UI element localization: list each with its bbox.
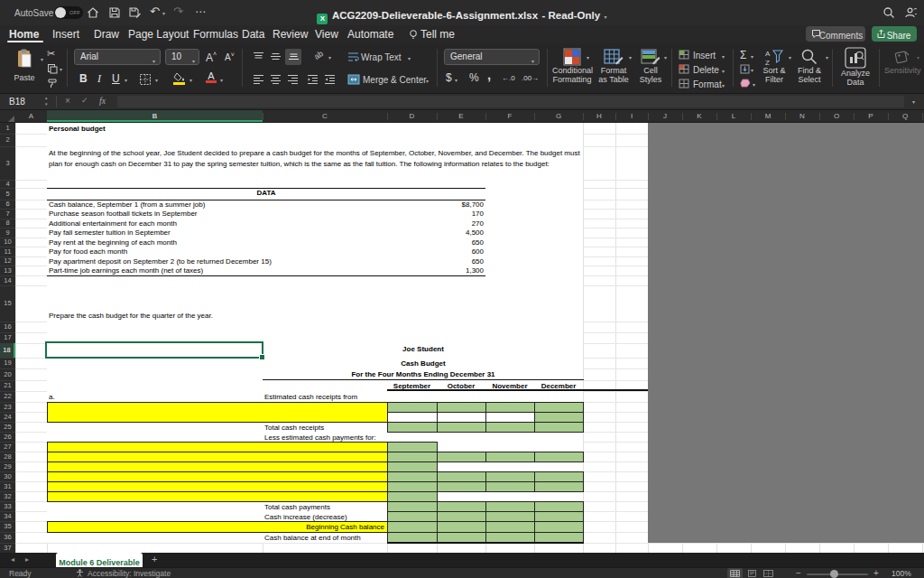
decrease-decimal-icon[interactable]: .00→ — [522, 74, 539, 82]
insert-cells-label[interactable]: Insert — [693, 51, 716, 61]
orientation-chevron-icon[interactable]: ▾ — [328, 54, 331, 61]
column-header-Q[interactable]: Q — [888, 110, 922, 122]
row-header-11[interactable]: 11 — [0, 247, 15, 256]
tellme-label[interactable]: Tell me — [420, 28, 455, 41]
row-header-29[interactable]: 29 — [0, 461, 15, 471]
format-as-table-button[interactable]: Formatas Table — [596, 47, 632, 90]
increase-indent-icon[interactable] — [324, 74, 336, 85]
merge-center-label[interactable]: Merge & Center — [363, 76, 427, 85]
font-name-combo[interactable]: Arial ▾ — [74, 49, 161, 65]
row-header-15[interactable]: 15 — [0, 285, 15, 322]
currency-chevron-icon[interactable]: ▾ — [455, 77, 457, 83]
row-header-26[interactable]: 26 — [0, 432, 15, 442]
cell-E28-entry[interactable] — [437, 452, 486, 462]
format-as-table-chevron-icon[interactable]: ▾ — [629, 54, 632, 61]
row-header-34[interactable]: 34 — [0, 511, 15, 521]
borders-icon[interactable] — [139, 73, 152, 86]
wrap-text-chevron-icon[interactable]: ▾ — [408, 55, 411, 61]
increase-decimal-icon[interactable]: ←.0 — [502, 74, 515, 82]
tab-draw[interactable]: Draw — [94, 28, 119, 41]
row-header-13[interactable]: 13 — [0, 266, 15, 275]
row-header-9[interactable]: 9 — [0, 228, 15, 238]
sort-filter-button[interactable]: AZ Sort &Filter — [760, 47, 789, 90]
align-center-icon[interactable] — [270, 74, 282, 85]
analyze-data-button[interactable]: AnalyzeData — [837, 47, 873, 90]
row-header-25[interactable]: 25 — [0, 422, 15, 432]
number-format-combo[interactable]: General ▾ — [444, 49, 540, 65]
next-sheet-icon[interactable]: ▸ — [25, 555, 29, 564]
normal-view-icon[interactable] — [727, 568, 743, 578]
column-header-D[interactable]: D — [387, 110, 437, 122]
row-header-5[interactable]: 5 — [0, 188, 15, 200]
row-header-17[interactable]: 17 — [0, 332, 15, 343]
align-left-icon[interactable] — [253, 74, 264, 85]
cell-F25-entry[interactable] — [485, 422, 535, 433]
zoom-level[interactable]: 100% — [892, 569, 911, 578]
format-painter-icon[interactable] — [47, 78, 58, 89]
format-cells-label[interactable]: Format — [693, 80, 722, 89]
row-header-16[interactable]: 16 — [0, 322, 15, 332]
delete-cells-chevron-icon[interactable]: ▾ — [722, 68, 725, 74]
clear-chevron-icon[interactable]: ▾ — [753, 81, 755, 88]
fill-down-chevron-icon[interactable]: ▾ — [751, 67, 753, 73]
insert-cells-chevron-icon[interactable]: ▾ — [722, 53, 725, 60]
cancel-icon[interactable]: × — [65, 96, 70, 106]
copy-chevron-icon[interactable]: ▾ — [60, 66, 62, 72]
cut-icon[interactable]: ✂ — [47, 48, 55, 60]
sheet-grid[interactable]: 1234567891011121314151617181920212223242… — [0, 123, 924, 553]
column-header-M[interactable]: M — [751, 110, 785, 122]
zoom-in-button[interactable]: + — [873, 568, 879, 578]
column-header-H[interactable]: H — [583, 110, 615, 122]
find-select-button[interactable]: Find &Select — [794, 47, 825, 90]
align-bottom-icon[interactable] — [285, 49, 301, 65]
conditional-formatting-chevron-icon[interactable]: ▾ — [587, 54, 589, 61]
cell-E25-entry[interactable] — [437, 422, 486, 433]
column-header-B[interactable]: B — [47, 110, 263, 122]
cell-styles-chevron-icon[interactable]: ▾ — [664, 54, 667, 61]
underline-button[interactable]: U — [112, 72, 120, 85]
share-button[interactable]: Share — [872, 26, 917, 42]
row-header-2[interactable]: 2 — [0, 134, 15, 146]
row-header-7[interactable]: 7 — [0, 209, 15, 219]
formula-bar-expand-icon[interactable]: ▾ — [912, 98, 915, 105]
tab-insert[interactable]: Insert — [52, 28, 79, 41]
column-header-G[interactable]: G — [534, 110, 583, 122]
borders-chevron-icon[interactable]: ▾ — [155, 77, 158, 83]
page-break-view-icon[interactable] — [763, 570, 773, 577]
row-header-31[interactable]: 31 — [0, 481, 15, 491]
cell-F28-entry[interactable] — [485, 452, 535, 462]
wrap-text-label[interactable]: Wrap Text — [361, 53, 402, 62]
cell-G25-entry[interactable] — [534, 422, 584, 433]
insert-function-icon[interactable]: fx — [99, 96, 106, 106]
align-right-icon[interactable] — [287, 74, 299, 85]
row-header-30[interactable]: 30 — [0, 471, 15, 481]
font-color-icon[interactable]: A — [206, 70, 217, 83]
row-header-33[interactable]: 33 — [0, 501, 15, 511]
accessibility-status[interactable]: Accessibility: Investigate — [88, 569, 171, 578]
row-header-6[interactable]: 6 — [0, 200, 15, 209]
document-title[interactable]: X ACG2209-Delieverable-6-Assignment.xlsx… — [0, 6, 924, 24]
fill-color-icon[interactable] — [173, 72, 186, 85]
font-color-chevron-icon[interactable]: ▾ — [220, 77, 223, 83]
row-header-35[interactable]: 35 — [0, 521, 15, 532]
tab-automate[interactable]: Automate — [347, 28, 393, 41]
row-header-4[interactable]: 4 — [0, 180, 15, 188]
increase-font-icon[interactable]: A˄ — [206, 51, 217, 64]
font-size-combo[interactable]: 10 ▾ — [165, 49, 199, 65]
column-header-N[interactable]: N — [785, 110, 819, 122]
row-header-20[interactable]: 20 — [0, 368, 15, 380]
copy-icon[interactable] — [47, 63, 58, 74]
sort-filter-chevron-icon[interactable]: ▾ — [789, 54, 791, 61]
column-header-I[interactable]: I — [615, 110, 648, 122]
column-header-J[interactable]: J — [648, 110, 682, 122]
selected-cell-B18[interactable] — [45, 341, 263, 359]
row-header-14[interactable]: 14 — [0, 275, 15, 285]
cell-G28-entry[interactable] — [534, 452, 584, 462]
tab-home[interactable]: Home — [9, 28, 39, 41]
cell-G31-entry[interactable] — [534, 481, 584, 492]
comma-button[interactable]: , — [487, 67, 491, 82]
cell-E31-entry[interactable] — [437, 481, 486, 492]
selection-fill-handle[interactable] — [259, 354, 265, 360]
row-header-21[interactable]: 21 — [0, 380, 15, 391]
row-header-28[interactable]: 28 — [0, 452, 15, 461]
